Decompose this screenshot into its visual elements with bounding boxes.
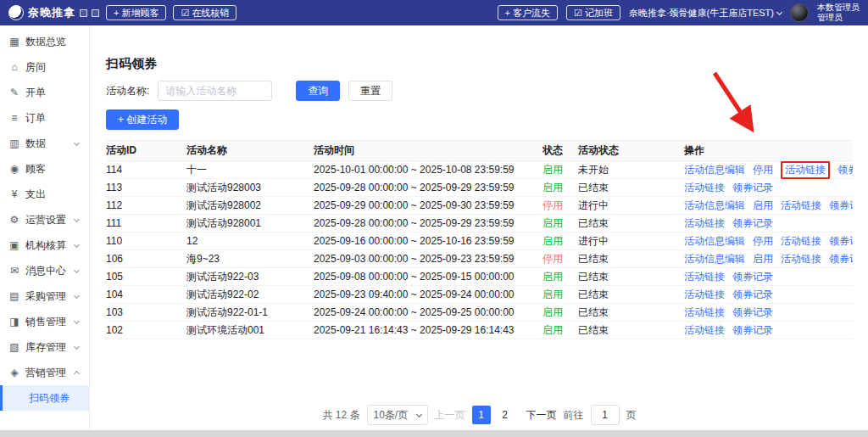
- action-link-link[interactable]: 活动链接: [684, 216, 725, 231]
- logo-icon: [8, 5, 24, 20]
- column-header: 活动名称: [186, 143, 314, 158]
- cell-activity-id: 111: [106, 217, 186, 229]
- search-button[interactable]: 查询: [296, 81, 340, 101]
- sidebar-menu: ▦数据总览⌂房间✎开单≡订单▥数据◉顾客¥支出⚙运营设置▣机构核算✉消息中心▤采…: [0, 25, 90, 437]
- chevron-down-icon: [74, 292, 80, 298]
- purchase-icon: ▤: [8, 290, 20, 302]
- cell-activity-status: 已结束: [578, 252, 684, 266]
- action-link-link[interactable]: 活动链接: [684, 288, 725, 302]
- action-records-link[interactable]: 领券记录: [732, 305, 773, 320]
- cell-activity-id: 114: [106, 164, 186, 176]
- sidebar-item-label: 机构核算: [25, 238, 70, 253]
- action-link-link[interactable]: 活动链接: [781, 234, 821, 249]
- action-disable-link[interactable]: 停用: [753, 234, 773, 249]
- cell-activity-time: 2025-09-21 16:14:43 ~ 2025-09-29 16:14:4…: [314, 324, 542, 336]
- status-badge: 启用: [542, 216, 578, 231]
- cell-activity-id: 106: [106, 253, 186, 265]
- cell-activity-id: 104: [106, 289, 186, 300]
- sidebar-item-customer[interactable]: ◉顾客: [0, 156, 89, 182]
- cell-activity-status: 已结束: [578, 216, 684, 231]
- overview-icon: ▦: [8, 36, 20, 48]
- reset-button[interactable]: 重置: [348, 81, 392, 101]
- sidebar-item-expense[interactable]: ¥支出: [0, 182, 89, 207]
- user-role: 管理员: [817, 13, 860, 24]
- action-link-link[interactable]: 活动链接: [781, 199, 821, 213]
- page-size-select[interactable]: 10条/页: [367, 405, 428, 425]
- cell-activity-status: 进行中: [578, 234, 684, 249]
- page-number-button[interactable]: 1: [472, 406, 491, 424]
- action-records-link[interactable]: 领券记录: [732, 323, 773, 338]
- action-records-link[interactable]: 领券记录: [732, 288, 773, 302]
- customer-loss-button[interactable]: + 客户流失: [498, 5, 558, 20]
- table-row: 102测试环境活动0012025-09-21 16:14:43 ~ 2025-0…: [106, 322, 853, 339]
- cell-actions: 活动链接领券记录: [684, 181, 853, 195]
- action-enable-link[interactable]: 启用: [753, 199, 773, 213]
- sidebar-item-label: 房间: [25, 60, 81, 75]
- cell-actions: 活动链接领券记录: [684, 216, 853, 231]
- column-header: 状态: [542, 143, 578, 158]
- sidebar-item-label: 库存管理: [25, 340, 70, 355]
- room-icon: ⌂: [8, 61, 20, 73]
- goto-page-input[interactable]: [591, 405, 620, 425]
- create-activity-button[interactable]: + 创建活动: [106, 109, 179, 130]
- action-records-link[interactable]: 领券记录: [732, 181, 773, 195]
- page-number-button[interactable]: 2: [496, 406, 515, 424]
- sidebar-item-inventory[interactable]: ▧库存管理: [0, 334, 89, 360]
- sidebar-item-label: 运营设置: [25, 213, 70, 227]
- activity-name-input[interactable]: [158, 81, 272, 101]
- logo-badge-icon: [92, 9, 99, 17]
- new-customer-button[interactable]: + 新增顾客: [106, 5, 166, 20]
- cell-activity-id: 110: [106, 235, 186, 247]
- action-records-link[interactable]: 领券记录: [829, 234, 853, 249]
- sidebar-item-marketing[interactable]: ◈营销管理: [0, 360, 89, 385]
- sidebar-item-purchase[interactable]: ▤采购管理: [0, 283, 89, 309]
- prev-page-button[interactable]: 上一页: [435, 408, 465, 423]
- cell-activity-id: 103: [106, 306, 186, 318]
- cell-actions: 活动链接领券记录: [684, 270, 853, 284]
- sidebar-item-overview[interactable]: ▦数据总览: [0, 29, 89, 54]
- action-link-link[interactable]: 活动链接: [781, 161, 830, 179]
- main-content: 扫码领券 活动名称: 查询 重置 + 创建活动 活动ID活动名称活动时间状态活动…: [91, 25, 868, 437]
- action-edit-link[interactable]: 活动信息编辑: [684, 252, 745, 266]
- cell-actions: 活动信息编辑停用活动链接领券记录: [684, 161, 853, 179]
- sidebar-item-accounting[interactable]: ▣机构核算: [0, 233, 89, 258]
- cell-activity-name: 测试活动922-02: [186, 288, 314, 302]
- sidebar-item-room[interactable]: ⌂房间: [0, 54, 89, 80]
- sidebar-item-operations[interactable]: ⚙运营设置: [0, 207, 89, 233]
- cell-activity-status: 未开始: [578, 163, 684, 177]
- action-edit-link[interactable]: 活动信息编辑: [684, 199, 745, 213]
- cell-activity-time: 2025-09-28 00:00:00 ~ 2025-09-29 23:59:5…: [314, 182, 542, 193]
- table-row: 104测试活动922-022025-09-23 09:40:00 ~ 2025-…: [106, 286, 853, 304]
- cell-activity-time: 2025-09-03 00:00:00 ~ 2025-09-23 23:59:5…: [314, 253, 542, 265]
- chevron-down-icon: [415, 411, 421, 417]
- action-records-link[interactable]: 领券记录: [829, 199, 853, 213]
- sidebar-item-scan-coupon[interactable]: 扫码领券: [0, 385, 89, 411]
- action-link-link[interactable]: 活动链接: [781, 252, 821, 266]
- action-link-link[interactable]: 活动链接: [684, 323, 725, 338]
- sidebar-item-data[interactable]: ▥数据: [0, 131, 89, 156]
- store-selector[interactable]: 奈晚推拿·颈骨健康(牛王庙店TEST): [629, 7, 782, 20]
- sidebar-item-messages[interactable]: ✉消息中心: [0, 258, 89, 283]
- sidebar-item-sales[interactable]: ◨销售管理: [0, 309, 89, 334]
- table-row: 106海9~232025-09-03 00:00:00 ~ 2025-09-23…: [106, 250, 853, 268]
- sidebar-item-billing[interactable]: ✎开单: [0, 80, 89, 105]
- column-header: 活动状态: [578, 143, 684, 158]
- next-page-button[interactable]: 下一页: [526, 408, 557, 423]
- action-link-link[interactable]: 活动链接: [684, 181, 725, 195]
- action-link-link[interactable]: 活动链接: [684, 270, 725, 284]
- cell-activity-name: 12: [186, 235, 314, 247]
- overtime-button[interactable]: ☑记加班: [566, 5, 620, 20]
- sidebar-item-order[interactable]: ≡订单: [0, 105, 89, 131]
- action-disable-link[interactable]: 停用: [753, 163, 773, 177]
- action-enable-link[interactable]: 启用: [753, 252, 773, 266]
- cell-actions: 活动链接领券记录: [684, 323, 853, 338]
- action-link-link[interactable]: 活动链接: [684, 305, 725, 320]
- action-records-link[interactable]: 领券记录: [732, 216, 773, 231]
- action-edit-link[interactable]: 活动信息编辑: [684, 234, 745, 249]
- action-records-link[interactable]: 领券记录: [829, 252, 853, 266]
- action-edit-link[interactable]: 活动信息编辑: [684, 163, 745, 177]
- action-records-link[interactable]: 领券记录: [732, 270, 773, 284]
- online-verify-button[interactable]: ☑在线核销: [173, 5, 236, 20]
- avatar[interactable]: [790, 3, 809, 22]
- action-records-link[interactable]: 领券记录: [837, 163, 853, 177]
